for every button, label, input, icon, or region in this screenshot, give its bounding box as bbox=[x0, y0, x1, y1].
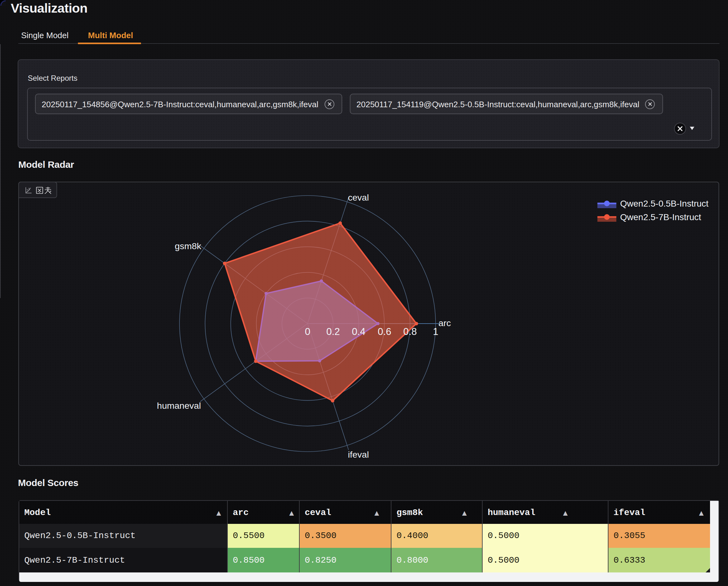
svg-text:0.8: 0.8 bbox=[403, 326, 417, 337]
svg-text:0.2: 0.2 bbox=[326, 326, 340, 337]
svg-text:Qwen2.5-7B-Instruct: Qwen2.5-7B-Instruct bbox=[620, 212, 701, 222]
svg-text:0.4: 0.4 bbox=[352, 326, 365, 337]
svg-text:0.6: 0.6 bbox=[378, 326, 391, 337]
svg-text:0: 0 bbox=[305, 326, 310, 337]
svg-text:ceval: ceval bbox=[348, 192, 369, 203]
svg-text:ifeval: ifeval bbox=[348, 449, 369, 459]
svg-text:Qwen2.5-0.5B-Instruct: Qwen2.5-0.5B-Instruct bbox=[620, 199, 708, 209]
svg-text:humaneval: humaneval bbox=[157, 401, 201, 411]
svg-text:gsm8k: gsm8k bbox=[175, 241, 202, 251]
svg-text:1: 1 bbox=[433, 326, 438, 337]
svg-text:arc: arc bbox=[438, 318, 451, 328]
